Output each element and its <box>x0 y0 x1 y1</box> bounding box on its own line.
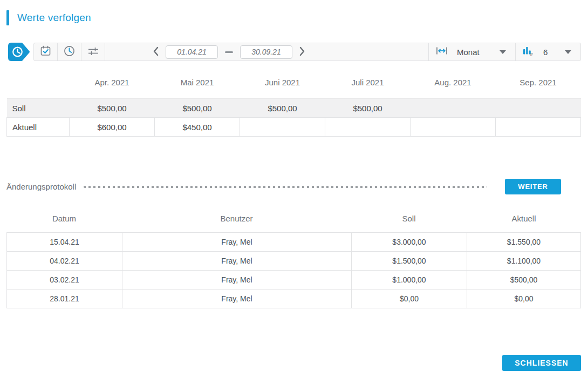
aktuell-value-cell[interactable] <box>240 118 325 137</box>
changelog-title: Änderungsprotokoll <box>6 182 76 191</box>
month-header: Juni 2021 <box>240 76 325 99</box>
log-aktuell-cell: $0,00 <box>467 290 581 308</box>
page-title: Werte verfolgen <box>17 12 91 24</box>
column-header-datum: Datum <box>6 214 122 223</box>
aktuell-row-label: Aktuell <box>7 118 70 137</box>
toolbar-row: Monat # 6 <box>6 42 581 62</box>
aktuell-value-cell[interactable]: $450,00 <box>155 118 240 137</box>
values-table: Apr. 2021 Mai 2021 Juni 2021 Juli 2021 A… <box>6 76 581 137</box>
calendar-check-button[interactable] <box>34 43 58 60</box>
soll-row-label: Soll <box>7 99 70 118</box>
page-header: Werte verfolgen <box>6 10 581 26</box>
table-row: 03.02.21 Fray, Mel $1.000,00 $500,00 <box>7 271 581 290</box>
log-benutzer-cell: Fray, Mel <box>122 271 352 290</box>
log-datum-cell: 15.04.21 <box>7 233 122 252</box>
svg-text:#: # <box>530 51 534 56</box>
aktuell-value-cell[interactable] <box>325 118 411 137</box>
month-header-row: Apr. 2021 Mai 2021 Juni 2021 Juli 2021 A… <box>7 76 581 99</box>
log-aktuell-cell: $500,00 <box>467 271 581 290</box>
log-soll-cell: $3.000,00 <box>352 233 467 252</box>
toolbar-dropdowns: Monat # 6 <box>428 43 580 60</box>
soll-value-cell: $500,00 <box>70 99 155 118</box>
footer: SCHLIESSEN <box>6 355 581 371</box>
chevron-down-icon <box>565 50 571 54</box>
log-aktuell-cell: $1.550,00 <box>467 233 581 252</box>
table-row: 28.01.21 Fray, Mel $0,00 $0,00 <box>7 290 581 308</box>
schliessen-button[interactable]: SCHLIESSEN <box>502 355 581 371</box>
aktuell-value-cell[interactable] <box>411 118 496 137</box>
calendar-check-icon <box>40 45 51 58</box>
table-row: 04.02.21 Fray, Mel $1.500,00 $1.100,00 <box>7 252 581 271</box>
interval-dropdown[interactable]: Monat <box>428 43 515 60</box>
chevron-left-icon <box>153 46 159 58</box>
soll-row: Soll $500,00 $500,00 $500,00 $500,00 <box>7 99 581 118</box>
month-header: Juli 2021 <box>325 76 411 99</box>
month-header: Sep. 2021 <box>496 76 581 99</box>
dotted-divider <box>84 186 487 188</box>
column-header-aktuell: Aktuell <box>467 214 581 223</box>
soll-value-cell: $500,00 <box>155 99 240 118</box>
aktuell-row: Aktuell $600,00 $450,00 <box>7 118 581 137</box>
log-benutzer-cell: Fray, Mel <box>122 290 352 308</box>
werte-verfolgen-panel: Werte verfolgen <box>0 0 588 371</box>
log-datum-cell: 04.02.21 <box>7 252 122 271</box>
sliders-icon <box>87 46 99 58</box>
changelog-header: Änderungsprotokoll WEITER <box>6 179 581 194</box>
interval-value: Monat <box>457 48 480 57</box>
aktuell-value-cell[interactable] <box>496 118 581 137</box>
toolbar: Monat # 6 <box>33 43 581 61</box>
date-to-input[interactable] <box>240 45 292 59</box>
log-soll-cell: $1.000,00 <box>352 271 467 290</box>
clock-button[interactable] <box>58 43 81 60</box>
title-accent-bar <box>6 10 9 25</box>
log-datum-cell: 03.02.21 <box>7 271 122 290</box>
soll-value-cell <box>496 99 581 118</box>
month-header: Aug. 2021 <box>411 76 496 99</box>
count-value: 6 <box>543 48 548 57</box>
log-soll-cell: $1.500,00 <box>352 252 467 271</box>
sliders-button[interactable] <box>81 43 105 60</box>
log-benutzer-cell: Fray, Mel <box>122 233 352 252</box>
changelog-column-headers: Datum Benutzer Soll Aktuell <box>6 214 581 223</box>
column-header-soll: Soll <box>351 214 467 223</box>
range-icon <box>436 46 448 57</box>
log-aktuell-cell: $1.100,00 <box>467 252 581 271</box>
row-label-header <box>7 76 70 99</box>
changelog-table: 15.04.21 Fray, Mel $3.000,00 $1.550,00 0… <box>6 232 581 308</box>
month-header: Apr. 2021 <box>70 76 155 99</box>
log-datum-cell: 28.01.21 <box>7 290 122 308</box>
aktuell-value-cell[interactable]: $600,00 <box>70 118 155 137</box>
log-soll-cell: $0,00 <box>352 290 467 308</box>
clock-icon <box>64 45 75 58</box>
soll-value-cell: $500,00 <box>240 99 325 118</box>
month-header: Mai 2021 <box>155 76 240 99</box>
table-row: 15.04.21 Fray, Mel $3.000,00 $1.550,00 <box>7 233 581 252</box>
chevron-down-icon <box>500 50 506 54</box>
next-period-button[interactable] <box>297 45 307 59</box>
clock-badge-icon[interactable] <box>6 42 31 62</box>
weiter-button[interactable]: WEITER <box>505 179 561 194</box>
soll-value-cell <box>411 99 496 118</box>
date-range-nav <box>151 45 307 59</box>
log-benutzer-cell: Fray, Mel <box>122 252 352 271</box>
column-header-benutzer: Benutzer <box>122 214 351 223</box>
previous-period-button[interactable] <box>151 45 161 59</box>
chevron-right-icon <box>299 46 305 58</box>
date-range-dash <box>225 51 233 53</box>
count-dropdown[interactable]: # 6 <box>515 43 580 60</box>
date-from-input[interactable] <box>166 45 218 59</box>
soll-value-cell: $500,00 <box>325 99 411 118</box>
bar-count-icon: # <box>523 46 534 58</box>
